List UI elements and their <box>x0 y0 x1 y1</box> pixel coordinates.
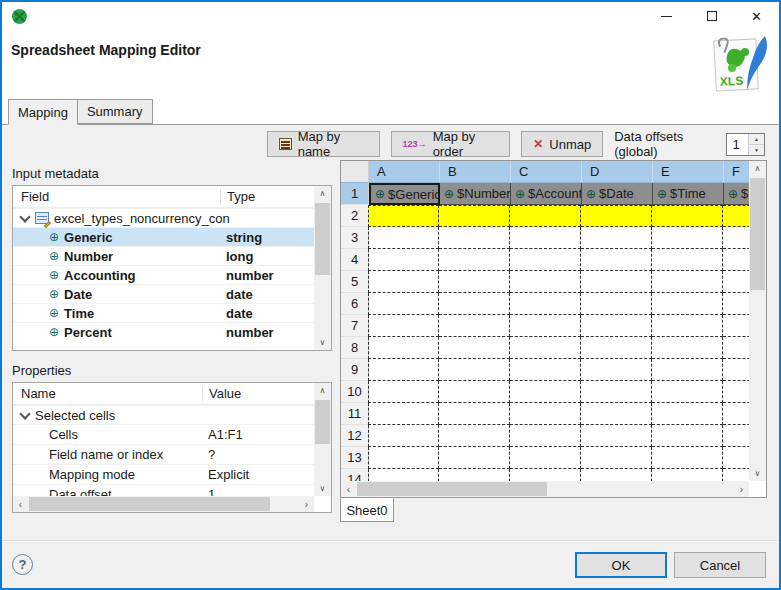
value-column-header[interactable]: Value <box>202 386 314 401</box>
scroll-up-icon[interactable]: ∧ <box>314 186 331 201</box>
grid-cell[interactable] <box>723 315 749 337</box>
grid-cell[interactable] <box>581 227 652 249</box>
type-column-header[interactable]: Type <box>220 189 314 204</box>
row-header[interactable]: 11 <box>341 403 369 425</box>
grid-cell[interactable] <box>510 249 581 271</box>
grid-cell[interactable] <box>368 403 439 425</box>
scrollbar-thumb[interactable] <box>357 482 547 496</box>
scroll-up-icon[interactable]: ∧ <box>314 383 331 398</box>
grid-cell[interactable] <box>439 315 510 337</box>
map-by-order-button[interactable]: 123→ Map by order <box>391 131 511 157</box>
grid-cell[interactable] <box>652 227 723 249</box>
grid-cell[interactable] <box>652 469 723 481</box>
grid-corner-cell[interactable] <box>341 161 369 183</box>
grid-cell[interactable] <box>652 271 723 293</box>
grid-cell[interactable] <box>581 271 652 293</box>
maximize-button[interactable] <box>689 2 734 30</box>
minimize-button[interactable] <box>644 2 689 30</box>
grid-cell[interactable] <box>439 205 510 227</box>
grid-cell[interactable] <box>368 469 439 481</box>
grid-cell[interactable] <box>581 337 652 359</box>
grid-cell[interactable] <box>723 425 749 447</box>
grid-cell[interactable]: ⊕$Time <box>653 183 724 205</box>
scrollbar-thumb[interactable] <box>29 497 270 511</box>
data-offsets-value[interactable]: 1 <box>727 134 748 155</box>
property-row[interactable]: Data offset1 <box>13 484 314 496</box>
grid-cell[interactable] <box>439 293 510 315</box>
properties-group-row[interactable]: Selected cells <box>13 405 314 424</box>
grid-vertical-scrollbar[interactable]: ∧ ∨ <box>749 161 766 481</box>
scrollbar-thumb[interactable] <box>750 178 765 290</box>
scroll-down-icon[interactable]: ∨ <box>749 466 766 481</box>
grid-cell[interactable] <box>581 447 652 469</box>
grid-cell[interactable] <box>581 469 652 481</box>
scrollbar-thumb[interactable] <box>315 400 330 444</box>
grid-cell[interactable] <box>368 293 439 315</box>
grid-cell[interactable] <box>510 227 581 249</box>
grid-cell[interactable] <box>652 315 723 337</box>
grid-cell[interactable] <box>510 447 581 469</box>
grid-cell[interactable] <box>439 337 510 359</box>
grid-cell[interactable] <box>439 425 510 447</box>
grid-cell[interactable] <box>652 293 723 315</box>
grid-cell[interactable] <box>368 205 439 227</box>
row-header[interactable]: 6 <box>341 293 369 315</box>
grid-cell[interactable] <box>510 469 581 481</box>
column-header[interactable]: C <box>511 161 582 183</box>
grid-cell[interactable] <box>510 337 581 359</box>
row-header[interactable]: 14 <box>341 469 369 481</box>
grid-cell[interactable] <box>439 447 510 469</box>
property-row[interactable]: Field name or index? <box>13 444 314 464</box>
metadata-vertical-scrollbar[interactable]: ∧ ∨ <box>314 186 331 350</box>
grid-cell[interactable]: ⊕$Accounting <box>511 183 582 205</box>
grid-cell[interactable] <box>368 271 439 293</box>
metadata-field-row[interactable]: ⊕Accounting number <box>13 265 314 284</box>
column-header[interactable]: E <box>653 161 724 183</box>
grid-cell[interactable] <box>439 469 510 481</box>
grid-cell[interactable] <box>510 359 581 381</box>
grid-cell[interactable] <box>368 227 439 249</box>
grid-cell[interactable] <box>723 271 749 293</box>
grid-cell[interactable] <box>368 359 439 381</box>
grid-cell[interactable] <box>581 359 652 381</box>
property-row[interactable]: CellsA1:F1 <box>13 424 314 444</box>
row-header[interactable]: 1 <box>341 183 369 205</box>
row-header[interactable]: 5 <box>341 271 369 293</box>
grid-cell[interactable] <box>652 447 723 469</box>
grid-cell[interactable] <box>368 425 439 447</box>
grid-cell[interactable]: ⊕$Generic <box>369 183 440 205</box>
grid-cell[interactable] <box>510 403 581 425</box>
grid-horizontal-scrollbar[interactable]: ‹ › <box>341 481 749 497</box>
scroll-down-icon[interactable]: ∨ <box>314 481 331 496</box>
grid-cell[interactable] <box>439 227 510 249</box>
cancel-button[interactable]: Cancel <box>674 552 766 578</box>
field-column-header[interactable]: Field <box>13 189 220 204</box>
grid-cell[interactable] <box>652 337 723 359</box>
scroll-down-icon[interactable]: ∨ <box>314 335 331 350</box>
grid-cell[interactable] <box>439 381 510 403</box>
grid-cell[interactable] <box>581 205 652 227</box>
grid-cell[interactable]: ⊕$Date <box>582 183 653 205</box>
grid-cell[interactable] <box>368 381 439 403</box>
row-header[interactable]: 10 <box>341 381 369 403</box>
grid-cell[interactable] <box>723 381 749 403</box>
grid-cell[interactable] <box>723 205 749 227</box>
grid-cell[interactable] <box>439 271 510 293</box>
row-header[interactable]: 3 <box>341 227 369 249</box>
grid-cell[interactable] <box>510 293 581 315</box>
grid-cell[interactable] <box>439 359 510 381</box>
scrollbar-thumb[interactable] <box>315 203 330 275</box>
metadata-field-row[interactable]: ⊕Percent number <box>13 322 314 341</box>
row-header[interactable]: 8 <box>341 337 369 359</box>
grid-cell[interactable]: ⊕$Number <box>440 183 511 205</box>
chevron-down-icon[interactable] <box>19 408 30 419</box>
metadata-field-row[interactable]: ⊕Number long <box>13 246 314 265</box>
grid-cell[interactable] <box>581 249 652 271</box>
grid-cell[interactable] <box>510 425 581 447</box>
column-header[interactable]: F <box>724 161 749 183</box>
grid-cell[interactable] <box>723 447 749 469</box>
metadata-field-row[interactable]: ⊕Generic string <box>13 227 314 246</box>
chevron-down-icon[interactable] <box>19 211 30 222</box>
property-row[interactable]: Mapping modeExplicit <box>13 464 314 484</box>
spinner-down-icon[interactable]: ▼ <box>749 145 764 155</box>
